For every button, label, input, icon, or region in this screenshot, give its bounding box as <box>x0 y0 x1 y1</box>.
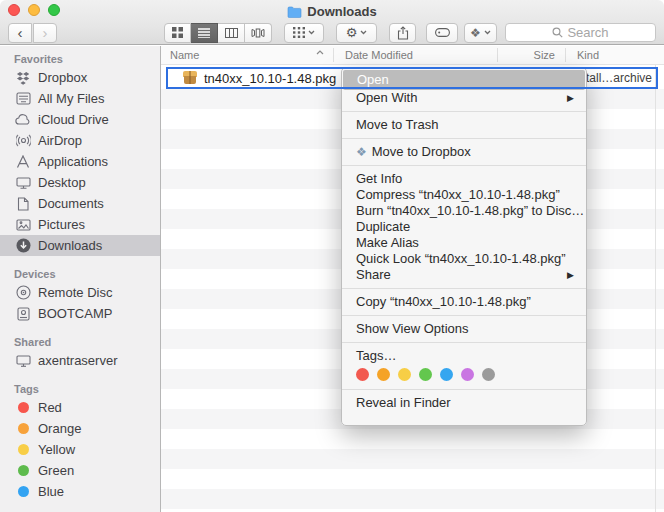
share-icon <box>397 26 409 40</box>
column-view-button[interactable] <box>218 23 245 43</box>
menu-separator <box>342 315 586 316</box>
sidebar-item-label: axentraserver <box>38 353 117 368</box>
finder-window: Downloads ‹ › <box>0 0 664 512</box>
menu-item-move-to-dropbox[interactable]: ❖Move to Dropbox <box>342 144 586 160</box>
sort-ascending-icon <box>316 50 324 55</box>
grid-view-icon <box>172 27 183 38</box>
sidebar-item-label: Red <box>38 400 62 415</box>
menu-separator <box>342 288 586 289</box>
icon-view-button[interactable] <box>164 23 191 43</box>
close-button[interactable] <box>8 4 20 16</box>
sidebar-item-axentraserver[interactable]: axentraserver <box>0 350 160 371</box>
menu-item-compress[interactable]: Compress “tn40xx_10.10-1.48.pkg” <box>342 187 586 203</box>
menu-item-get-info[interactable]: Get Info <box>342 171 586 187</box>
menu-item-copy[interactable]: Copy “tn40xx_10.10-1.48.pkg” <box>342 294 586 310</box>
minimize-button[interactable] <box>28 4 40 16</box>
sidebar-item-icloud-drive[interactable]: iCloud Drive <box>0 109 160 130</box>
menu-item-duplicate[interactable]: Duplicate <box>342 219 586 235</box>
downloads-icon <box>14 238 32 253</box>
menu-item-tags[interactable]: Tags… <box>342 348 586 364</box>
list-view-button[interactable] <box>191 23 218 43</box>
sidebar-item-label: Blue <box>38 484 64 499</box>
sidebar-item-downloads[interactable]: Downloads <box>0 235 160 256</box>
column-header-date-modified[interactable]: Date Modified <box>345 46 413 65</box>
sidebar-item-label: Dropbox <box>38 70 87 85</box>
sidebar-item-dropbox[interactable]: Dropbox <box>0 67 160 88</box>
window-chrome: Downloads ‹ › <box>0 0 664 45</box>
forward-button[interactable]: › <box>33 23 57 43</box>
menu-item-open-with[interactable]: Open With▶ <box>342 90 586 106</box>
gear-icon: ⚙ <box>346 25 358 40</box>
share-button[interactable] <box>389 23 416 43</box>
sidebar-item-label: Desktop <box>38 175 86 190</box>
menu-item-quick-look[interactable]: Quick Look “tn40xx_10.10-1.48.pkg” <box>342 251 586 267</box>
sidebar-item-all-my-files[interactable]: All My Files <box>0 88 160 109</box>
folder-proxy-icon <box>287 6 302 18</box>
sidebar-section-shared: Shared <box>0 334 160 350</box>
sidebar-item-pictures[interactable]: Pictures <box>0 214 160 235</box>
sidebar-item-airdrop[interactable]: AirDrop <box>0 130 160 151</box>
sidebar-item-tag-orange[interactable]: Orange <box>0 418 160 439</box>
sidebar-item-tag-yellow[interactable]: Yellow <box>0 439 160 460</box>
blue-tag-swatch[interactable] <box>440 368 453 381</box>
red-tag-icon <box>18 402 29 413</box>
sidebar-item-tag-red[interactable]: Red <box>0 397 160 418</box>
menu-item-move-to-trash[interactable]: Move to Trash <box>342 117 586 133</box>
internal-drive-icon <box>14 307 32 321</box>
menu-item-reveal-in-finder[interactable]: Reveal in Finder <box>342 395 586 411</box>
menu-item-share[interactable]: Share▶ <box>342 267 586 283</box>
gray-tag-swatch[interactable] <box>482 368 495 381</box>
sidebar-item-documents[interactable]: Documents <box>0 193 160 214</box>
sidebar-item-label: Applications <box>38 154 108 169</box>
tag-button[interactable] <box>426 23 458 43</box>
column-header-kind[interactable]: Kind <box>577 46 599 65</box>
sidebar-item-remote-disc[interactable]: Remote Disc <box>0 282 160 303</box>
titlebar[interactable]: Downloads <box>0 0 664 20</box>
action-button[interactable]: ⚙ <box>336 23 377 43</box>
coverflow-view-icon <box>251 28 265 38</box>
sidebar-item-bootcamp[interactable]: BOOTCAMP <box>0 303 160 324</box>
menu-item-make-alias[interactable]: Make Alias <box>342 235 586 251</box>
applications-icon <box>14 155 32 168</box>
desktop-icon <box>14 177 32 189</box>
menu-item-show-view-options[interactable]: Show View Options <box>342 321 586 337</box>
zoom-button[interactable] <box>48 4 60 16</box>
sidebar-item-label: Downloads <box>38 238 102 253</box>
sidebar-item-applications[interactable]: Applications <box>0 151 160 172</box>
shared-computer-icon <box>14 355 32 367</box>
list-view-icon <box>198 28 210 38</box>
sidebar-item-desktop[interactable]: Desktop <box>0 172 160 193</box>
sidebar-item-tag-green[interactable]: Green <box>0 460 160 481</box>
context-menu: Open Open With▶ Move to Trash ❖Move to D… <box>341 67 587 426</box>
search-input[interactable]: Search <box>505 23 656 42</box>
menu-item-burn-to-disc[interactable]: Burn “tn40xx_10.10-1.48.pkg” to Disc… <box>342 203 586 219</box>
back-button[interactable]: ‹ <box>8 23 32 43</box>
sidebar-item-label: Orange <box>38 421 81 436</box>
search-placeholder: Search <box>567 25 608 40</box>
sidebar-item-tag-blue[interactable]: Blue <box>0 481 160 502</box>
sidebar-item-label: Pictures <box>38 217 85 232</box>
column-view-icon <box>225 28 238 38</box>
purple-tag-swatch[interactable] <box>461 368 474 381</box>
column-header-size[interactable]: Size <box>497 46 557 65</box>
orange-tag-swatch[interactable] <box>377 368 390 381</box>
tag-icon <box>435 28 450 37</box>
red-tag-swatch[interactable] <box>356 368 369 381</box>
window-title: Downloads <box>307 4 376 19</box>
all-my-files-icon <box>14 92 32 105</box>
orange-tag-icon <box>18 423 29 434</box>
blue-tag-icon <box>18 486 29 497</box>
green-tag-swatch[interactable] <box>419 368 432 381</box>
coverflow-view-button[interactable] <box>245 23 272 43</box>
menu-item-open[interactable]: Open <box>343 70 585 90</box>
column-header-name[interactable]: Name <box>170 46 199 65</box>
sidebar-section-favorites: Favorites <box>0 51 160 67</box>
arrange-button[interactable] <box>284 23 324 43</box>
scrollbar-track-line <box>655 65 656 512</box>
sidebar-section-devices: Devices <box>0 266 160 282</box>
arrange-icon <box>293 27 305 38</box>
yellow-tag-swatch[interactable] <box>398 368 411 381</box>
dropbox-icon: ❖ <box>356 145 367 159</box>
green-tag-icon <box>18 465 29 476</box>
dropbox-toolbar-button[interactable]: ❖ <box>464 23 497 43</box>
